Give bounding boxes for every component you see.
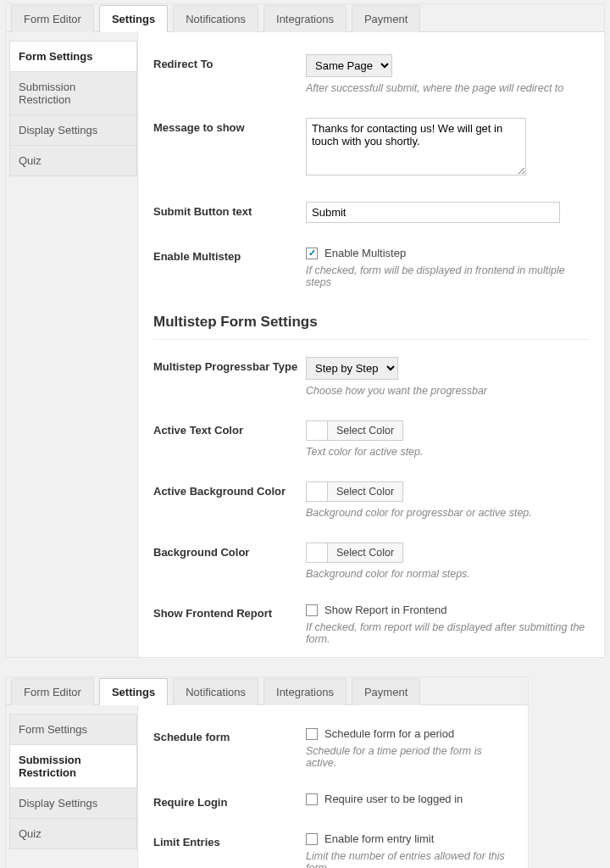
settings-main-2: Schedule form Schedule form for a period… xyxy=(137,705,528,868)
frontend-report-chk-label: Show Report in Frontend xyxy=(324,604,447,616)
bg-color-label: Background Color xyxy=(153,542,306,559)
message-textarea[interactable]: Thanks for contacting us! We will get in… xyxy=(306,118,526,175)
active-text-color-hint: Text color for active step. xyxy=(306,446,589,458)
require-login-label: Require Login xyxy=(153,793,306,809)
enable-multistep-label: Enable Multistep xyxy=(153,247,306,263)
settings-sidebar-2: Form Settings Submission Restriction Dis… xyxy=(6,705,137,868)
ms-type-hint: Choose how you want the progressbar xyxy=(306,385,589,397)
sidebar-item-display-settings[interactable]: Display Settings xyxy=(9,114,137,146)
redirect-hint: After successfull submit, where the page… xyxy=(306,82,589,94)
sidebar-item-form-settings-2[interactable]: Form Settings xyxy=(9,714,137,745)
tab-notifications-2[interactable]: Notifications xyxy=(173,678,258,705)
active-text-color-label: Active Text Color xyxy=(153,420,306,437)
tab-integrations[interactable]: Integrations xyxy=(263,5,347,32)
tab-notifications[interactable]: Notifications xyxy=(173,5,258,32)
active-bg-color-swatch[interactable] xyxy=(306,481,328,502)
top-tabs-2: Form Editor Settings Notifications Integ… xyxy=(6,677,528,704)
schedule-label: Schedule form xyxy=(153,727,306,743)
bg-color-button[interactable]: Select Color xyxy=(328,542,403,563)
schedule-checkbox[interactable] xyxy=(306,728,318,740)
enable-multistep-hint: If checked, form will be displayed in fr… xyxy=(306,264,589,288)
frontend-report-hint: If checked, form report will be displaye… xyxy=(306,621,589,645)
submit-text-label: Submit Button text xyxy=(153,202,306,218)
tab-form-editor[interactable]: Form Editor xyxy=(11,5,94,32)
submit-text-input[interactable] xyxy=(306,202,560,223)
tab-payment[interactable]: Payment xyxy=(352,5,420,32)
enable-multistep-checkbox[interactable] xyxy=(306,248,318,259)
settings-panel-1: Form Editor Settings Notifications Integ… xyxy=(5,3,605,658)
sidebar-item-display-settings-2[interactable]: Display Settings xyxy=(9,787,137,819)
enable-multistep-chk-label: Enable Multistep xyxy=(324,247,406,259)
redirect-label: Redirect To xyxy=(153,54,306,70)
limit-entries-hint: Limit the number of entries allowed for … xyxy=(306,850,513,868)
multistep-heading: Multistep Form Settings xyxy=(153,300,589,340)
tab-integrations-2[interactable]: Integrations xyxy=(263,678,347,705)
sidebar-item-submission-restriction-2[interactable]: Submission Restriction xyxy=(9,744,137,788)
require-login-chk-label: Require user to be logged in xyxy=(324,793,463,805)
settings-sidebar: Form Settings Submission Restriction Dis… xyxy=(6,32,137,657)
require-login-checkbox[interactable] xyxy=(306,793,318,805)
redirect-select[interactable]: Same Page xyxy=(306,54,392,77)
ms-type-select[interactable]: Step by Step xyxy=(306,357,398,380)
schedule-hint: Schedule for a time period the form is a… xyxy=(306,745,513,769)
active-bg-color-button[interactable]: Select Color xyxy=(328,481,403,502)
tab-settings-2[interactable]: Settings xyxy=(99,678,168,705)
bg-color-swatch[interactable] xyxy=(306,542,328,563)
tab-form-editor-2[interactable]: Form Editor xyxy=(11,678,94,705)
ms-type-label: Multistep Progressbar Type xyxy=(153,357,306,373)
frontend-report-checkbox[interactable] xyxy=(306,604,318,616)
tab-payment-2[interactable]: Payment xyxy=(352,678,420,705)
active-bg-color-label: Active Background Color xyxy=(153,481,306,498)
active-text-color-button[interactable]: Select Color xyxy=(328,420,403,441)
limit-entries-checkbox[interactable] xyxy=(306,833,318,845)
frontend-report-label: Show Frontend Report xyxy=(153,604,306,620)
settings-panel-2: Form Editor Settings Notifications Integ… xyxy=(5,676,529,868)
active-bg-color-hint: Background color for progressbar or acti… xyxy=(306,507,589,519)
sidebar-item-submission-restriction[interactable]: Submission Restriction xyxy=(9,71,137,115)
settings-main: Redirect To Same Page After successfull … xyxy=(137,32,604,657)
limit-entries-chk-label: Enable form entry limit xyxy=(324,832,434,845)
active-text-color-swatch[interactable] xyxy=(306,420,328,441)
top-tabs: Form Editor Settings Notifications Integ… xyxy=(6,4,604,31)
sidebar-item-quiz-2[interactable]: Quiz xyxy=(9,818,137,849)
message-label: Message to show xyxy=(153,118,306,134)
limit-entries-label: Limit Entries xyxy=(153,832,306,849)
sidebar-item-form-settings[interactable]: Form Settings xyxy=(9,41,137,72)
schedule-chk-label: Schedule form for a period xyxy=(324,727,454,740)
sidebar-item-quiz[interactable]: Quiz xyxy=(9,145,137,176)
bg-color-hint: Background color for normal steps. xyxy=(306,568,589,580)
tab-settings[interactable]: Settings xyxy=(99,5,168,32)
